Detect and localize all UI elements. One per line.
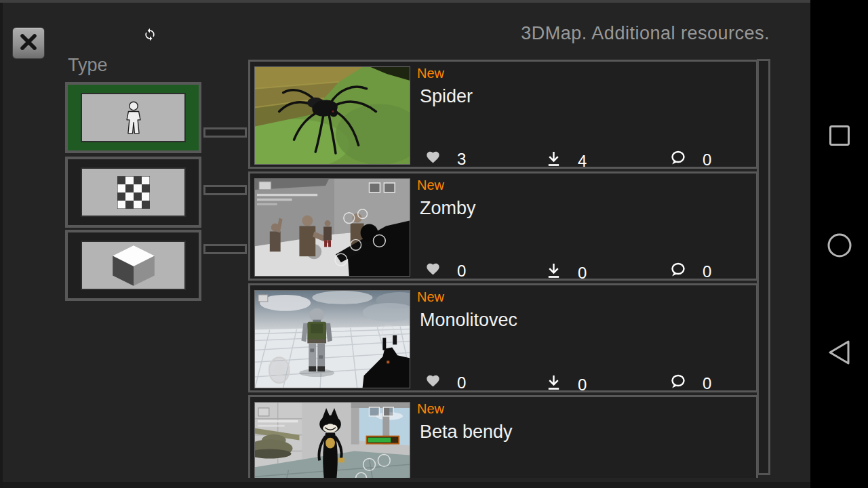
downloads-stat: 0 [546,262,587,284]
thumbnail-zomby [254,178,410,277]
download-icon [546,150,561,172]
comments-stat: 0 [669,262,711,282]
downloads-stat: 4 [546,150,587,172]
likes-count: 0 [457,373,466,392]
type-label: Type [68,55,108,76]
checkerboard-icon [81,167,186,217]
comments-stat: 0 [669,150,711,170]
comment-bubble-icon [669,262,686,282]
heart-icon [425,262,441,281]
resource-title: Monolitovec [420,310,517,331]
resource-card-beta-bendy[interactable]: New Beta bendy [248,395,758,478]
close-x-icon [19,33,38,54]
downloads-count: 4 [578,152,587,171]
person-icon [81,93,186,142]
comments-stat: 0 [669,373,711,394]
likes-stat: 0 [425,373,466,392]
likes-stat: 0 [425,262,466,281]
thumbnail-monolitovec [254,290,410,388]
connector-bar [203,127,247,138]
android-nav-bar [810,0,868,488]
comments-count: 0 [703,374,711,393]
connector-bar [203,185,247,195]
heart-icon [425,373,441,392]
download-icon [546,373,561,396]
recents-square-icon[interactable] [810,112,868,159]
new-badge: New [417,401,444,417]
connector-bar [203,244,247,254]
top-strip [0,0,811,3]
resource-card-zomby[interactable]: New Zomby 0 0 0 [248,171,758,281]
app-screen: 3DMap. Additional resources. Type [0,0,868,488]
likes-count: 3 [457,150,466,169]
downloads-count: 0 [578,375,587,394]
thumbnail-spider [254,66,410,165]
type-button-models[interactable] [65,230,201,301]
resource-card-spider[interactable]: New Spider 3 4 0 [248,60,758,169]
resource-title: Beta bendy [420,422,513,443]
type-button-characters[interactable] [65,82,201,153]
comment-bubble-icon [669,373,686,394]
download-icon [546,262,561,284]
bottom-strip [3,482,811,488]
home-circle-icon[interactable] [810,222,868,269]
new-badge: New [417,289,444,305]
likes-count: 0 [457,262,466,281]
comments-count: 0 [703,150,711,169]
downloads-count: 0 [578,264,587,283]
left-strip [0,3,3,488]
resource-title: Zomby [420,198,476,219]
type-button-textures[interactable] [65,157,201,228]
downloads-stat: 0 [546,373,587,396]
cube-icon [81,241,186,290]
comments-count: 0 [703,262,711,281]
resource-list: New Spider 3 4 0 [247,58,774,478]
heart-icon [425,150,441,169]
resource-card-monolitovec[interactable]: New Monolitovec 0 0 0 [248,283,758,392]
comment-bubble-icon [669,150,686,170]
back-triangle-icon[interactable] [810,329,868,376]
refresh-sync-icon[interactable] [143,28,157,41]
thumbnail-beta-bendy [254,402,410,478]
new-badge: New [417,66,444,81]
list-scrollbar[interactable] [757,59,770,475]
likes-stat: 3 [425,150,466,169]
new-badge: New [417,178,444,193]
close-button[interactable] [12,27,45,59]
page-title: 3DMap. Additional resources. [521,23,770,44]
resource-title: Spider [420,86,473,107]
